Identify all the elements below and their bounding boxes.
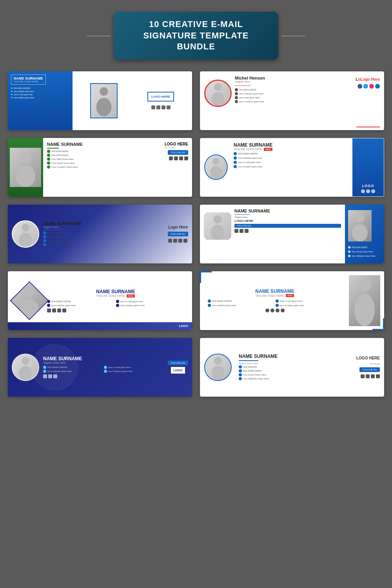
svg-point-1	[96, 98, 112, 116]
tpl10-website1: Your Website Goes Here	[239, 377, 349, 380]
tpl3-follow-btn[interactable]: FOLLOW ON	[168, 150, 188, 155]
tpl9-location-icon	[104, 370, 107, 373]
tpl9-social-t	[48, 374, 52, 378]
tpl10-divider	[239, 360, 258, 361]
tpl6-website-icon	[348, 255, 350, 257]
tpl4-center: NAME SURNAME TAGLINE GOES HERE HERE 000-…	[232, 138, 352, 196]
tpl5-email-icon	[43, 239, 46, 242]
tpl3-website: Your Web Goes Here	[47, 158, 161, 161]
tpl3-email-icon	[47, 162, 50, 165]
tpl7-website-icon	[47, 304, 50, 307]
tpl5-follow-btn[interactable]: FOLLOW ON	[168, 232, 188, 236]
svg-point-5	[16, 165, 35, 187]
tpl7-email: your e-mail goes here	[116, 300, 184, 303]
svg-point-19	[19, 366, 32, 380]
tpl4-phone-text: 000-00000.000000	[238, 152, 258, 155]
tpl6-email1-icon	[348, 250, 350, 253]
tpl10-website1-text: Your Website Goes Here	[243, 377, 269, 380]
tpl10-logo-text: LOGO HERE	[356, 356, 380, 360]
tpl8-social-in	[276, 309, 279, 312]
tpl8-frame-tl	[200, 271, 212, 283]
tpl1-phone-icon	[11, 87, 13, 89]
tpl4-email-text: your e-mail goes here	[238, 161, 261, 163]
tpl9-website-icon	[43, 370, 46, 373]
tpl7-tagline: TAGLINE GOES HERE	[96, 294, 125, 297]
tpl1-social-g	[167, 105, 171, 109]
tpl8-phone: 000-00000.000000	[208, 299, 274, 303]
tpl1-email: your e-mail goes here	[14, 93, 33, 96]
tpl7-social-g	[62, 309, 66, 312]
template-8: NAME SURNAME TAGLINE GOES HERE HERE 000-…	[200, 271, 384, 330]
tpl5-website-icon	[43, 235, 46, 238]
tpl9-info: NAME SURNAME Tagline Goes Here 000-00000…	[43, 356, 164, 378]
tpl5-email-text: Your Email Goes Here	[47, 240, 71, 242]
tpl10-social-g	[376, 374, 380, 378]
tpl4-location-icon	[234, 165, 237, 168]
tpl5-location-icon	[43, 243, 46, 246]
tpl9-social-f	[43, 374, 47, 378]
tpl4-location: your location goes here	[234, 165, 350, 168]
tpl9-email-icon	[104, 366, 107, 369]
tpl5-social-t	[173, 239, 177, 243]
svg-point-21	[212, 366, 225, 380]
tpl5-photo	[12, 220, 39, 248]
tpl4-website-icon	[234, 156, 237, 160]
tpl10-slogan: SLOGAN	[370, 363, 380, 365]
tpl6-phone: 000-0000.00000	[348, 246, 381, 249]
tpl3-green-bar	[8, 138, 43, 197]
tpl10-social-f	[361, 374, 365, 378]
tpl3-divider	[47, 148, 59, 149]
tpl1-name: NAME SURNAME	[14, 76, 43, 80]
tpl8-social-t	[270, 309, 274, 312]
tpl9-email: your e-mail goes here	[104, 366, 164, 369]
tpl1-photo	[90, 83, 118, 118]
tpl7-website: your website goes here	[47, 304, 115, 307]
tpl4-phone: 000-00000.000000	[234, 152, 350, 155]
tpl7-name: NAME SURNAME	[47, 289, 184, 294]
svg-point-7	[210, 166, 222, 180]
tpl1-contact: 000-00000.000000 your website goes here …	[11, 87, 69, 99]
tpl2-social-in	[375, 84, 380, 89]
tpl9-follow-btn[interactable]: FOLLOW ON	[168, 361, 188, 365]
tpl6-social-t	[240, 229, 243, 233]
tpl2-social-f	[358, 84, 362, 89]
tpl5-email: Your Email Goes Here	[43, 239, 164, 242]
tpl1-address-row: your address goes here	[11, 96, 69, 99]
tpl3-website-icon	[47, 158, 50, 161]
tpl4-phone-icon	[234, 152, 237, 155]
tpl5-name: NAME SURENAME	[43, 221, 164, 226]
tpl7-tagline-row: TAGLINE GOES HERE HERE	[47, 294, 184, 298]
tpl10-follow-btn[interactable]: FOLLOW ON	[359, 367, 380, 372]
tpl6-phone-icon	[348, 246, 350, 249]
tpl7-email-text: your e-mail goes here	[120, 300, 143, 303]
tpl8-frame-br	[372, 318, 384, 330]
tpl8-social	[208, 309, 342, 312]
tpl7-main: NAME SURNAME TAGLINE GOES HERE HERE 000-…	[12, 275, 188, 326]
tpl1-logo-text: LOGO HERE	[151, 95, 170, 98]
tpl7-bottom-bar: LOGO	[8, 322, 192, 330]
tpl5-location: Your Location Goes Here	[43, 243, 164, 246]
tpl4-social-t	[366, 189, 370, 193]
tpl8-email-icon	[276, 299, 279, 303]
tpl6-website-text: Your Website Goes Here	[352, 255, 376, 257]
tpl3-phone2-icon	[47, 154, 50, 157]
tpl6-tagline: Tagline Here	[234, 216, 341, 218]
tpl1-website-row: your website goes here	[11, 90, 69, 93]
svg-point-13	[352, 224, 368, 241]
tpl5-tagline: Tagline Here	[43, 226, 164, 229]
tpl6-email1-text: Your Email Goes Here	[352, 250, 373, 253]
tpl6-follow-btn[interactable]: FOLLOW ON	[234, 224, 341, 228]
tpl7-phone: 000-00000 000000	[47, 300, 115, 303]
tpl1-social-t	[156, 105, 160, 109]
tpl6-right: 000-0000.00000 Your Email Goes Here Your…	[345, 205, 384, 263]
tpl4-website: your website goes here	[234, 156, 350, 160]
tpl1-logo: LOGO HERE	[147, 92, 174, 102]
banner-background: 10 CREATIVE E-MAIL SIGNATURE TEMPLATE BU…	[114, 12, 278, 60]
tpl5-website-text: Your Web Goes Here	[47, 236, 70, 238]
tpl5-social-f	[168, 239, 172, 243]
svg-point-8	[22, 223, 29, 231]
svg-point-16	[358, 279, 370, 291]
tpl2-social-t	[363, 84, 368, 89]
svg-point-4	[20, 152, 31, 163]
tpl6-phone-text: 000-0000.00000	[352, 246, 367, 249]
